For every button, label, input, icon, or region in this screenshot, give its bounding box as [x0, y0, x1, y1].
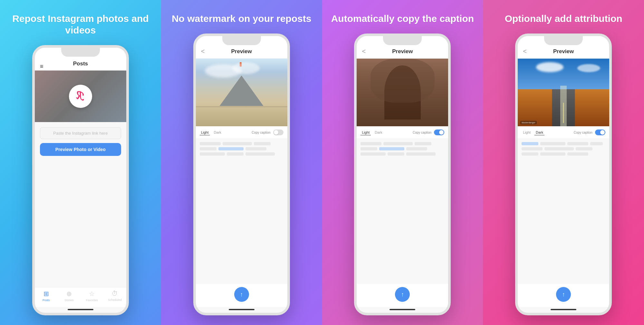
home-indicator-1 — [68, 309, 93, 310]
menu-icon[interactable]: ≡ — [40, 63, 43, 70]
girl-photo — [357, 59, 448, 126]
nav-scheduled[interactable]: ⏱ Scheduled — [103, 290, 126, 302]
panel-4-title: Optionally add attribution — [505, 13, 622, 24]
dark-theme-btn-4[interactable]: Dark — [534, 130, 544, 135]
panel-caption: Automatically copy the caption < Preview… — [322, 0, 483, 325]
share-area-4: ↑ — [518, 284, 609, 307]
block — [567, 152, 588, 156]
block — [383, 142, 413, 145]
block-row-1 — [360, 142, 444, 145]
block — [200, 142, 221, 145]
preview-button[interactable]: Preview Photo or Video — [40, 143, 121, 156]
notch-1 — [61, 48, 100, 57]
mountain-photo — [196, 59, 287, 126]
block — [360, 152, 386, 156]
notch-2 — [222, 36, 261, 45]
dark-theme-btn-3[interactable]: Dark — [373, 130, 383, 135]
content-blocks-2 — [196, 139, 287, 284]
home-indicator-3 — [389, 309, 415, 310]
block — [590, 142, 603, 145]
attribution-label: blasterdanger — [520, 121, 537, 124]
light-theme-btn-2[interactable]: Light — [200, 130, 210, 135]
stories-nav-label: Stories — [64, 299, 73, 302]
repost-logo-icon: ℛ — [75, 89, 86, 103]
cloud — [536, 62, 563, 72]
block — [522, 147, 543, 150]
block — [388, 152, 404, 156]
back-icon-3[interactable]: < — [362, 48, 366, 55]
girl-hair — [370, 59, 435, 103]
block-row-2 — [200, 147, 284, 150]
block-blue — [218, 147, 244, 150]
block — [522, 152, 538, 156]
scheduled-nav-label: Scheduled — [108, 298, 122, 301]
back-icon-2[interactable]: < — [201, 48, 205, 55]
nav-stories[interactable]: ⊕ Stories — [58, 290, 81, 302]
controls-row-4: Light Dark Copy caption — [518, 126, 609, 139]
block-row-2 — [522, 147, 605, 150]
road-photo: blasterdanger — [518, 59, 609, 126]
light-theme-btn-3[interactable]: Light — [360, 130, 371, 135]
preview-title-4: Preview — [553, 48, 574, 55]
content-blocks-3 — [357, 139, 448, 284]
share-icon-3: ↑ — [401, 291, 404, 298]
screen-3: < Preview Light Dark Copy caption — [357, 36, 448, 313]
notch-4 — [544, 36, 583, 45]
nav-favorites[interactable]: ☆ Favorites — [81, 290, 103, 302]
bottom-nav: ⊞ Posts ⊕ Stories ☆ Favorites ⏱ Schedule… — [35, 287, 126, 307]
block — [406, 152, 436, 156]
block — [223, 142, 252, 145]
light-theme-btn-4[interactable]: Light — [522, 130, 532, 135]
block — [200, 152, 225, 156]
posts-title: Posts — [73, 61, 88, 67]
phone-4: < Preview blasterdanger Light Da — [515, 33, 612, 315]
screen-4: < Preview blasterdanger Light Da — [518, 36, 609, 313]
panel-1-title: Repost Instagram photos and videos — [6, 13, 155, 36]
block-row-3 — [200, 152, 284, 156]
share-button-2[interactable]: ↑ — [234, 287, 249, 302]
block — [245, 152, 275, 156]
back-icon-4[interactable]: < — [523, 48, 527, 55]
cloud-2 — [577, 64, 600, 72]
preview-title-3: Preview — [392, 48, 413, 55]
favorites-nav-icon: ☆ — [89, 290, 95, 298]
copy-caption-label-4: Copy caption — [574, 131, 592, 134]
nav-posts[interactable]: ⊞ Posts — [35, 290, 58, 302]
share-button-4[interactable]: ↑ — [556, 287, 571, 302]
paste-input[interactable]: Paste the Instagram link here — [40, 127, 121, 139]
share-button-3[interactable]: ↑ — [395, 287, 410, 302]
panel-attribution: Optionally add attribution < Preview — [483, 0, 644, 325]
block — [360, 142, 381, 145]
stories-nav-icon: ⊕ — [66, 290, 72, 298]
block — [576, 147, 592, 150]
block — [254, 142, 271, 145]
panel-repost: Repost Instagram photos and videos ≡ Pos… — [0, 0, 161, 325]
copy-caption-toggle-4[interactable] — [595, 129, 605, 135]
block — [567, 142, 588, 145]
copy-caption-toggle-2[interactable] — [273, 129, 284, 135]
repost-logo: ℛ — [69, 85, 92, 108]
road — [552, 89, 575, 127]
phone-2: < Preview Light Dark Copy caption — [193, 33, 290, 315]
dark-theme-btn-2[interactable]: Dark — [212, 130, 222, 135]
screen-1: ≡ Posts ℛ Paste the Instagram link here … — [35, 48, 126, 313]
share-area-3: ↑ — [357, 284, 448, 307]
scheduled-nav-icon: ⏱ — [111, 290, 118, 297]
phone-3: < Preview Light Dark Copy caption — [354, 33, 451, 315]
posts-content: Paste the Instagram link here Preview Ph… — [35, 122, 126, 287]
posts-image-area: ℛ — [35, 71, 126, 122]
panel-2-title: No watermark on your reposts — [172, 13, 311, 24]
block-row-2 — [360, 147, 444, 150]
posts-nav-icon: ⊞ — [43, 290, 49, 298]
block — [227, 152, 244, 156]
notch-3 — [383, 36, 422, 45]
road-marking — [563, 103, 564, 123]
copy-caption-label-2: Copy caption — [252, 131, 270, 134]
block-row-1 — [200, 142, 284, 145]
content-blocks-4 — [518, 139, 609, 284]
block — [415, 142, 431, 145]
cloud-2 — [232, 62, 260, 74]
block — [544, 147, 574, 150]
copy-caption-toggle-3[interactable] — [434, 129, 444, 135]
block — [360, 147, 377, 150]
